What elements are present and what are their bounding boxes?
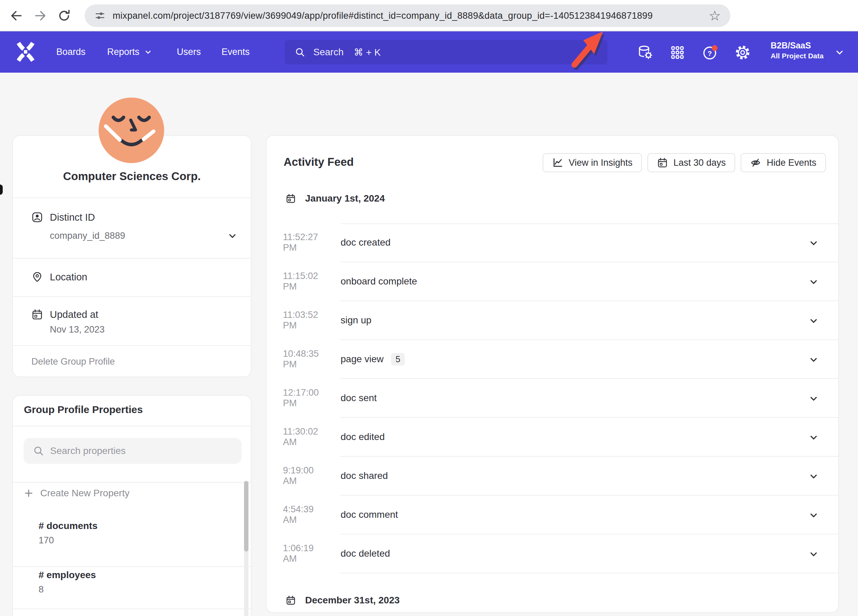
gear-icon [735, 45, 751, 61]
event-time: 11:03:52 PM [283, 301, 327, 339]
database-gear-icon [637, 44, 653, 61]
browser-back-button[interactable] [7, 5, 26, 26]
location-label: Location [50, 270, 87, 284]
chevron-down-icon[interactable] [228, 231, 237, 241]
chevron-down-icon[interactable] [809, 355, 818, 365]
site-info-icon[interactable] [94, 10, 106, 22]
event-row[interactable]: 4:54:39 AM doc comment [267, 496, 838, 534]
day-header: January 1st, 2024 [286, 193, 385, 204]
chevron-down-icon[interactable] [809, 277, 818, 287]
activity-feed-card: Activity Feed View in Insights Last 30 d… [266, 135, 839, 613]
event-row[interactable]: 11:03:52 PM sign up [267, 301, 838, 340]
forward-arrow-icon [33, 9, 47, 23]
event-row[interactable]: 11:52:27 PM doc created [267, 223, 838, 262]
chevron-down-icon[interactable] [809, 472, 818, 481]
properties-search-input[interactable] [50, 445, 228, 456]
button-label: Last 30 days [673, 158, 726, 168]
settings-button[interactable] [734, 43, 752, 61]
event-row[interactable]: 12:17:00 PM doc sent [267, 379, 838, 418]
property-value: 8 [39, 584, 44, 595]
event-name: doc deleted [340, 534, 390, 573]
event-count-badge: 5 [391, 353, 405, 366]
help-icon: ? [701, 43, 719, 61]
chevron-down-icon[interactable] [809, 549, 818, 559]
activity-feed-title: Activity Feed [284, 155, 354, 169]
properties-search[interactable] [23, 438, 242, 464]
chevron-down-icon[interactable] [835, 48, 844, 57]
event-name: doc shared [340, 457, 388, 495]
nav-link-boards[interactable]: Boards [56, 31, 85, 73]
event-row[interactable]: 1:06:19 AM doc deleted [267, 534, 838, 573]
location-pin-icon [31, 271, 43, 283]
top-navigation-bar: Boards Reports Users Events Search ⌘ + K [0, 31, 858, 73]
company-name: Computer Sciences Corp. [13, 170, 251, 183]
chevron-down-icon[interactable] [809, 433, 818, 442]
browser-reload-button[interactable] [54, 5, 74, 26]
event-row[interactable]: 11:15:02 PM onboard complete [267, 262, 838, 301]
url-highlighted-id: -1405123841946871899 [550, 11, 653, 21]
event-time: 1:06:19 AM [283, 534, 327, 573]
delete-group-profile-link[interactable]: Delete Group Profile [31, 357, 115, 367]
chevron-down-icon[interactable] [809, 238, 818, 248]
event-time: 9:19:00 AM [283, 457, 327, 495]
event-name: doc sent [340, 379, 377, 417]
apps-grid-button[interactable] [668, 43, 686, 61]
event-name: sign up [340, 301, 371, 339]
nav-link-users[interactable]: Users [177, 31, 201, 73]
create-new-property-button[interactable]: Create New Property [24, 485, 129, 501]
mixpanel-group-profile-page: mixpanel.com/project/3187769/view/369904… [0, 0, 858, 616]
chevron-down-icon[interactable] [809, 394, 818, 403]
plus-icon [24, 489, 33, 498]
search-label: Search [313, 47, 344, 57]
event-name-text: page view [340, 354, 384, 365]
project-name: B2B/SaaS [771, 40, 824, 51]
updated-at-label: Updated at [50, 308, 98, 321]
create-new-property-label: Create New Property [40, 488, 129, 499]
bookmark-star-icon[interactable]: ☆ [709, 9, 721, 23]
nav-link-label: Boards [56, 47, 85, 57]
distinct-id-value: company_id_8889 [50, 229, 125, 242]
day-header-label: January 1st, 2024 [305, 193, 385, 204]
calendar-icon [286, 193, 296, 203]
group-profile-properties-card: Group Profile Properties Create New Prop… [12, 395, 252, 616]
project-subtitle: All Project Data [771, 51, 824, 61]
event-time: 11:15:02 PM [283, 262, 327, 301]
day-header-label: December 31st, 2023 [305, 595, 399, 606]
event-name: onboard complete [340, 262, 417, 301]
calendar-icon [31, 309, 43, 320]
calendar-icon [286, 595, 296, 605]
hide-events-button[interactable]: Hide Events [741, 153, 826, 172]
browser-toolbar: mixpanel.com/project/3187769/view/369904… [0, 0, 858, 31]
avatar-face-icon [99, 98, 164, 163]
address-bar[interactable]: mixpanel.com/project/3187769/view/369904… [85, 5, 731, 27]
data-management-button[interactable] [636, 43, 654, 61]
event-name: page view5 [340, 340, 405, 378]
event-row[interactable]: 9:19:00 AM doc shared [267, 457, 838, 496]
nav-link-label: Events [221, 47, 250, 57]
property-name[interactable]: # employees [39, 569, 96, 580]
project-selector[interactable]: B2B/SaaS All Project Data [771, 40, 824, 61]
mixpanel-logo[interactable] [15, 41, 36, 62]
scrollbar-thumb[interactable] [244, 481, 249, 552]
url-prefix: mixpanel.com/project/3187769/view/369904… [113, 11, 550, 21]
event-time: 11:30:02 AM [283, 418, 327, 456]
browser-forward-button[interactable] [31, 5, 50, 26]
chevron-down-icon[interactable] [809, 510, 818, 520]
event-row[interactable]: 11:30:02 AM doc edited [267, 418, 838, 457]
global-search-bar[interactable]: Search ⌘ + K [284, 40, 608, 64]
event-name: doc comment [340, 496, 398, 534]
nav-link-events[interactable]: Events [221, 31, 250, 73]
property-name[interactable]: # documents [39, 520, 98, 531]
company-avatar [99, 98, 164, 163]
chevron-down-icon [145, 48, 152, 56]
properties-title: Group Profile Properties [24, 404, 143, 416]
nav-link-label: Users [177, 47, 201, 57]
event-time: 10:48:35 PM [283, 340, 327, 378]
date-range-button[interactable]: Last 30 days [647, 153, 735, 172]
help-button[interactable]: ? [701, 43, 719, 61]
nav-link-reports[interactable]: Reports [107, 31, 152, 73]
chevron-down-icon[interactable] [809, 316, 818, 326]
event-row[interactable]: 10:48:35 PM page view5 [267, 340, 838, 379]
search-icon [295, 47, 305, 57]
view-in-insights-button[interactable]: View in Insights [542, 153, 642, 172]
